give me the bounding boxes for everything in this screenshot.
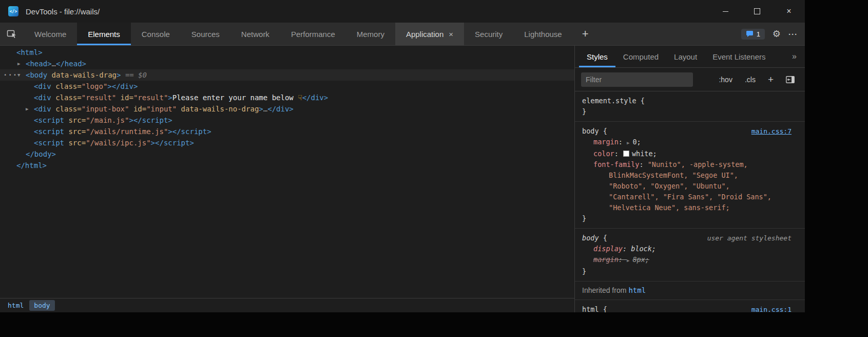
minimize-button[interactable] <box>709 0 741 23</box>
css-property-value-wrap: "Roboto", "Oxygen", "Ubuntu", <box>582 181 792 192</box>
chevron-right-icon[interactable]: ▶ <box>26 103 28 115</box>
tab-performance[interactable]: Performance <box>280 23 346 45</box>
dom-tree-row[interactable]: <div class="result" id="result">Please e… <box>0 92 574 103</box>
dom-tree-row[interactable]: <script src="/wails/ipc.js"></script> <box>0 137 574 148</box>
tab-bar-right-actions: 1 ⚙ ··· <box>741 23 805 45</box>
breadcrumb-item-body[interactable]: body <box>29 300 54 311</box>
rule-selector[interactable]: body <box>582 126 599 137</box>
issues-count: 1 <box>757 30 760 38</box>
breadcrumb: htmlbody <box>0 298 574 312</box>
inherited-from-label: Inherited from <box>582 286 626 294</box>
sidebar-tabs-overflow-icon[interactable]: » <box>784 46 805 67</box>
devtools-window: </> DevTools - file://wails/ × WelcomeEl… <box>0 0 805 312</box>
close-tab-icon[interactable]: × <box>449 30 453 38</box>
inspect-element-button[interactable] <box>0 23 24 45</box>
close-button[interactable]: × <box>773 0 805 23</box>
window-title: DevTools - file://wails/ <box>26 7 100 16</box>
styles-filter-row: :hov .cls + <box>575 68 805 91</box>
css-declaration[interactable]: display: block; <box>582 244 792 254</box>
more-actions-icon[interactable]: ··· <box>3 69 17 81</box>
sidebar-tab-styles[interactable]: Styles <box>579 46 615 67</box>
expand-shorthand-icon[interactable]: ▶ <box>627 140 629 145</box>
tab-label: Welcome <box>34 30 66 39</box>
tab-label: Memory <box>357 30 384 39</box>
tab-memory[interactable]: Memory <box>346 23 395 45</box>
style-rule: element.style {} <box>575 91 805 122</box>
tab-label: Lighthouse <box>524 30 562 39</box>
css-declaration[interactable]: margin: ▶8px; <box>582 254 792 266</box>
maximize-button[interactable] <box>741 0 773 23</box>
css-property-value: 0 <box>632 138 636 146</box>
dom-tree-row[interactable]: <script src="/main.js"></script> <box>0 115 574 126</box>
add-tab-button[interactable]: + <box>573 23 598 45</box>
tab-label: Network <box>241 30 269 39</box>
title-bar: </> DevTools - file://wails/ × <box>0 0 805 23</box>
style-rule: body {main.css:7margin: ▶0;color: white;… <box>575 122 805 229</box>
sidebar-tab-event-listeners[interactable]: Event Listeners <box>705 46 773 67</box>
tab-network[interactable]: Network <box>230 23 280 45</box>
css-property-name: margin <box>593 255 619 264</box>
styles-filter-input[interactable] <box>581 72 693 87</box>
devtools-tab-bar: WelcomeElementsConsoleSourcesNetworkPerf… <box>0 23 805 46</box>
css-declaration[interactable]: margin: ▶0; <box>582 137 792 148</box>
inherited-from-link[interactable]: html <box>628 286 646 294</box>
devtools-app-icon: </> <box>8 6 18 16</box>
dom-tree-row[interactable]: <html> <box>0 47 574 58</box>
dom-tree-row[interactable]: <script src="/wails/runtime.js"></script… <box>0 126 574 137</box>
rule-selector[interactable]: element.style <box>582 96 636 106</box>
css-declaration[interactable]: font-family: "Nunito", -apple-system, <box>582 159 792 170</box>
dom-tree-row[interactable]: </html> <box>0 160 574 171</box>
maximize-icon <box>754 8 760 14</box>
dom-tree-row[interactable]: <div class="logo"></div> <box>0 81 574 92</box>
settings-gear-icon[interactable]: ⚙ <box>773 29 781 39</box>
chevron-down-icon[interactable]: ▼ <box>17 69 20 81</box>
tab-welcome[interactable]: Welcome <box>24 23 77 45</box>
css-property-name: display <box>593 245 623 253</box>
css-property-value: "Nunito", -apple-system, <box>648 160 748 168</box>
style-rule: body {user agent stylesheetdisplay: bloc… <box>575 229 805 282</box>
breadcrumb-item-html[interactable]: html <box>3 300 28 311</box>
tab-label: Security <box>475 30 503 39</box>
tab-console[interactable]: Console <box>131 23 181 45</box>
pointing-down-emoji: ☟ <box>298 93 302 102</box>
dom-tree-row[interactable]: ▶<head>…</head> <box>0 58 574 69</box>
tab-label: Application <box>406 30 443 39</box>
toggle-element-state-button[interactable]: :hov <box>719 76 732 84</box>
css-property-name: margin <box>593 138 619 146</box>
minimize-icon <box>723 11 728 12</box>
chevron-right-icon[interactable]: ▶ <box>17 58 20 69</box>
tab-label: Console <box>142 30 170 39</box>
sidebar-tab-layout[interactable]: Layout <box>666 46 705 67</box>
tab-label: Elements <box>88 30 120 39</box>
color-swatch[interactable] <box>623 151 629 157</box>
tab-security[interactable]: Security <box>464 23 513 45</box>
stylesheet-link[interactable]: main.css:7 <box>751 126 792 137</box>
filter-row-actions: :hov .cls + <box>719 74 799 84</box>
css-property-name: color <box>593 149 614 158</box>
expand-shorthand-icon[interactable]: ▶ <box>627 258 629 263</box>
toggle-sidebar-icon[interactable] <box>786 76 795 83</box>
dom-tree-row[interactable]: </body> <box>0 148 574 160</box>
rule-selector[interactable]: body <box>582 233 599 244</box>
css-property-name: font-family <box>593 160 639 168</box>
stylesheet-link[interactable]: main.css:1 <box>751 304 792 312</box>
dom-tree-row[interactable]: ▶<div class="input-box" id="input" data-… <box>0 103 574 115</box>
new-style-rule-button[interactable]: + <box>768 74 774 84</box>
tab-elements[interactable]: Elements <box>77 23 131 45</box>
rule-selector[interactable]: html <box>582 304 599 312</box>
more-options-icon[interactable]: ··· <box>788 30 798 38</box>
panel-tabs: WelcomeElementsConsoleSourcesNetworkPerf… <box>24 23 573 45</box>
inherited-from-header: Inherited fromhtml <box>575 282 805 300</box>
issues-counter[interactable]: 1 <box>741 29 765 40</box>
element-classes-button[interactable]: .cls <box>745 76 756 84</box>
dom-tree-row[interactable]: ···▼<body data-wails-drag> == $0 <box>0 69 574 81</box>
css-property-value: white <box>632 149 653 158</box>
css-declaration[interactable]: color: white; <box>582 148 792 159</box>
sidebar-tab-computed[interactable]: Computed <box>615 46 666 67</box>
styles-rules-list: element.style {}body {main.css:7margin: … <box>575 91 805 312</box>
tab-application[interactable]: Application× <box>395 23 464 45</box>
styles-sidebar: StylesComputedLayoutEvent Listeners» :ho… <box>575 46 805 312</box>
close-icon: × <box>786 7 791 15</box>
tab-lighthouse[interactable]: Lighthouse <box>513 23 572 45</box>
tab-sources[interactable]: Sources <box>181 23 230 45</box>
